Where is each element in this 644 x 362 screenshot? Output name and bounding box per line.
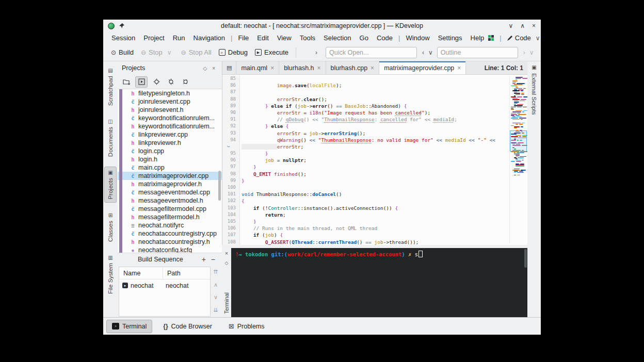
remove-target-button[interactable]: − [208,255,218,264]
sidebar-tab-scratchpad[interactable]: ▤Scratchpad [104,64,117,109]
session-grid-icon[interactable] [488,35,494,41]
close-tab-icon[interactable]: × [317,64,321,72]
maximize-icon[interactable]: ∧ [520,22,525,29]
float-panel-icon[interactable]: ◇ [200,65,210,71]
build-sequence-row[interactable]: ▸neochatneochat [119,279,210,291]
sidebar-tab-file-system[interactable]: ▥File System [104,252,117,297]
terminal-console[interactable]: !→ tokodon git:(work/carl/remember-selec… [231,248,527,317]
tree-item[interactable]: hkeywordnotificationrulem... [118,122,222,130]
tree-item[interactable]: c̈neochataccountregistry.cpp [118,229,222,238]
tree-item[interactable]: hlogin.h [118,155,222,163]
outline-down-icon[interactable]: ∨ [426,49,435,56]
tree-scrollbar[interactable] [218,171,221,201]
menu-file[interactable]: File [234,33,253,43]
editor-tab-matriximageprovider-cpp[interactable]: matriximageprovider.cpp× [379,61,466,74]
stop-all-button[interactable]: ⊖ Stop All [178,46,215,58]
quick-open-input[interactable] [326,47,417,58]
tree-item[interactable]: hneochataccountregistry.h [118,238,222,246]
stop-label: Stop [149,48,163,56]
sidebar-tab-external-scripts[interactable]: ▣External Scripts [531,64,537,115]
close-tab-icon[interactable]: × [371,64,374,72]
menu-navigation[interactable]: Navigation [189,33,229,43]
show-targets-button[interactable] [135,76,148,88]
configure-selection-button[interactable] [180,77,191,87]
menu-view[interactable]: View [273,33,296,43]
minimap[interactable] [509,76,527,243]
menu-help[interactable]: Help [466,33,489,43]
debug-button[interactable]: ▹ Debug [215,46,251,58]
tree-item[interactable]: c̈messageeventmodel.cpp [118,188,222,196]
execute-button[interactable]: ▶ Execute [251,46,292,58]
sidebar-tab-classes[interactable]: ⊞Classes [104,209,117,245]
document-list-icon[interactable]: ▤ [222,61,236,74]
stop-button[interactable]: ⊖ Stop ∨ [137,46,178,58]
tree-item[interactable]: hfiletypesingleton.h [118,89,222,97]
menu-go[interactable]: Go [356,33,373,43]
toolbar-expand-icon[interactable]: › [313,49,319,56]
code-layout-selector[interactable]: Code ∨ [507,34,542,42]
menu-project[interactable]: Project [139,33,168,43]
tree-item[interactable]: c̈linkpreviewer.cpp [118,130,222,139]
outline-back-icon[interactable]: ‹ [420,49,426,56]
line-number: 87 [222,89,240,95]
toolview-button-code-browser[interactable]: {}Code Browser [157,320,218,333]
tree-item[interactable]: c̈main.cpp [118,163,222,172]
tree-item-label: neochat.notifyrc [138,222,184,229]
tree-item[interactable]: hlinkpreviewer.h [118,139,222,147]
build-selection-button[interactable] [151,77,162,87]
forward-down-icon[interactable]: ∨ [527,49,536,56]
tree-item[interactable]: c̈messagefiltermodel.cpp [118,205,222,213]
tree-item[interactable]: c̈matriximageprovider.cpp [118,172,222,180]
cpp-file-icon: c̈ [130,115,136,121]
menu-session[interactable]: Session [107,33,139,43]
sidebar-tab-documents[interactable]: ◫Documents [104,116,117,160]
menu-code[interactable]: Code [373,33,397,43]
tree-item[interactable]: c̈keywordnotificationrulem... [118,114,222,122]
project-file-tree[interactable]: hfiletypesingleton.hc̈joinrulesevent.cpp… [118,89,222,253]
minimize-icon[interactable]: ∨ [508,22,513,29]
tree-item[interactable]: hmessageeventmodel.h [118,196,222,205]
tree-item[interactable]: hjoinrulesevent.h [118,106,222,114]
terminal-scrollbar[interactable] [524,249,527,268]
editor-tab-blurhash-h[interactable]: blurhash.h× [279,61,326,74]
move-up-icon[interactable]: ∧ [214,282,218,288]
move-bottom-icon[interactable]: ⇊ [213,307,218,314]
detach-terminal-icon[interactable]: ◇ [225,260,229,266]
code-text [240,89,242,95]
editor-tab-main-qml[interactable]: main.qml× [236,61,279,74]
close-tab-icon[interactable]: × [457,64,461,72]
title-bar[interactable]: default: neochat - [ neochat:src/matrixi… [103,20,541,32]
menu-tools[interactable]: Tools [296,33,319,43]
menu-settings[interactable]: Settings [434,33,466,43]
add-target-button[interactable]: + [199,255,208,264]
code-text: qWarning() << "ThumbnailResponse: no val… [240,137,495,143]
line-number: 90 [222,109,240,116]
tree-item[interactable]: ≡neochat.notifyrc [118,221,222,229]
close-icon[interactable]: × [532,22,536,29]
toolview-button-terminal[interactable]: ›Terminal [106,320,152,333]
build-button[interactable]: ⊙ Build [107,46,137,58]
outline-input[interactable] [437,47,518,58]
move-top-icon[interactable]: ⇈ [213,269,218,275]
close-terminal-icon[interactable]: × [225,250,228,256]
tree-item[interactable]: hmatriximageprovider.h [118,180,222,188]
toolview-button-problems[interactable]: ⊠Problems [223,320,270,333]
editor-tab-blurhash-cpp[interactable]: blurhash.cpp× [326,61,380,74]
tree-item[interactable]: c̈joinrulesevent.cpp [118,97,222,106]
install-selection-button[interactable] [165,77,176,87]
close-tab-icon[interactable]: × [270,64,274,72]
tree-item[interactable]: hmessagefiltermodel.h [118,213,222,221]
menu-edit[interactable]: Edit [253,33,272,43]
editor-tabs: main.qml×blurhash.h×blurhash.cpp×matrixi… [236,61,466,74]
sidebar-tab-projects[interactable]: ▣Projects [104,167,117,203]
build-sequence-table[interactable]: Name Path ▸neochatneochat [119,267,211,317]
tree-item[interactable]: c̈login.cpp [118,147,222,155]
code-view[interactable]: 8586 image.save(localFile);8788 errorStr… [222,74,527,245]
open-project-button[interactable] [121,77,132,87]
close-panel-icon[interactable]: × [210,65,218,71]
menu-selection[interactable]: Selection [319,33,355,43]
forward-icon[interactable]: › [521,49,527,56]
menu-window[interactable]: Window [401,33,433,43]
move-down-icon[interactable]: ∨ [214,294,218,301]
menu-run[interactable]: Run [169,33,189,43]
